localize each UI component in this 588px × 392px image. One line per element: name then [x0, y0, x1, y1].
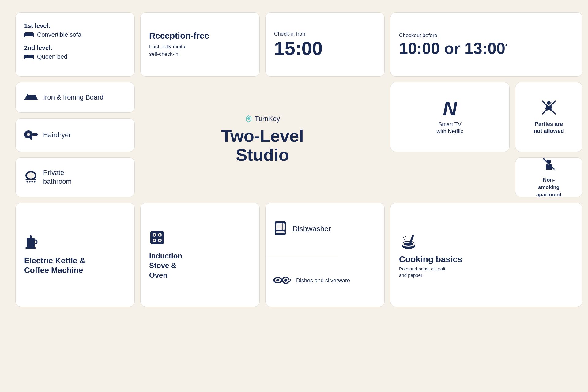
induction-icon — [149, 230, 165, 247]
card-kettle: Electric Kettle &Coffee Machine — [15, 203, 135, 307]
svg-point-41 — [154, 234, 155, 236]
card-checkin: Check-in from 15:00 — [265, 12, 385, 77]
svg-point-59 — [288, 279, 290, 281]
sofa-icon — [24, 31, 34, 39]
svg-rect-11 — [33, 58, 34, 59]
svg-point-44 — [159, 240, 161, 241]
bathroom-label: Privatebathroom — [43, 168, 72, 186]
svg-text:♪: ♪ — [551, 100, 552, 104]
card-iron: Iron & Ironing Board — [15, 82, 135, 113]
iron-icon — [24, 92, 38, 102]
studio-title: Two-Level Studio — [221, 126, 304, 164]
nosmoking-label: Non-smokingapartment — [536, 176, 561, 198]
level1-item: Convertible sofa — [37, 31, 81, 38]
level2-label: 2nd level: — [24, 44, 81, 51]
card-bathroom: Privatebathroom — [15, 157, 135, 197]
hairdryer-label: Hairdryer — [43, 131, 71, 139]
level2-item: Queen bed — [37, 53, 67, 60]
parties-icon: ♪ ♫ — [541, 99, 557, 117]
smarttv-label: Smart TVwith Netflix — [436, 121, 463, 135]
svg-point-30 — [27, 172, 35, 179]
svg-point-22 — [27, 133, 30, 136]
card-reception: Reception-free Fast, fully digital self-… — [140, 12, 260, 77]
svg-point-42 — [159, 234, 161, 236]
svg-point-28 — [34, 181, 36, 183]
card-dishwasher-split: Dishwasher Dishes and silverware — [265, 203, 385, 307]
svg-rect-35 — [25, 247, 36, 249]
svg-rect-20 — [32, 133, 38, 136]
svg-point-27 — [32, 181, 33, 183]
svg-rect-4 — [24, 33, 25, 36]
card-cooking: Cooking basics Pots and pans, oil, salta… — [390, 203, 582, 307]
svg-rect-47 — [276, 231, 285, 233]
iron-label: Iron & Ironing Board — [43, 93, 104, 101]
silverware-label: Dishes and silverware — [296, 277, 350, 284]
svg-point-26 — [29, 181, 31, 183]
kettle-label: Electric Kettle &Coffee Machine — [24, 256, 85, 275]
parties-label: Parties arenot allowed — [534, 121, 564, 135]
turnkey-icon — [245, 115, 252, 123]
nosmoking-icon — [541, 156, 556, 173]
card-parties: ♪ ♫ Parties arenot allowed — [515, 82, 582, 152]
cooking-title: Cooking basics — [399, 254, 462, 264]
svg-rect-8 — [24, 55, 28, 56]
induction-label: InductionStove &Oven — [149, 251, 182, 280]
silverware-section: Dishes and silverware — [266, 255, 357, 307]
svg-rect-5 — [33, 33, 34, 36]
svg-rect-24 — [25, 179, 36, 180]
bathroom-icon — [24, 170, 38, 185]
bed-icon — [24, 53, 34, 61]
checkin-label: Check-in from — [274, 31, 307, 37]
card-beds: 1st level: Convertible sofa 2nd level: — [15, 12, 135, 77]
netflix-n: N — [443, 99, 457, 119]
svg-rect-36 — [150, 231, 164, 244]
svg-point-25 — [27, 181, 28, 183]
svg-rect-21 — [30, 137, 32, 140]
card-turnkey-center: TurnKey Two-Level Studio — [140, 82, 385, 197]
dishwasher-label: Dishwasher — [292, 224, 331, 233]
silverware-icon — [273, 274, 291, 287]
svg-point-57 — [284, 279, 287, 282]
svg-point-65 — [403, 237, 404, 238]
dishwasher-icon — [273, 221, 288, 237]
svg-point-62 — [404, 243, 413, 246]
cooking-icon — [399, 231, 418, 251]
main-container: 1st level: Convertible sofa 2nd level: — [15, 12, 573, 380]
turnkey-brand: TurnKey — [245, 115, 280, 123]
level1-label: 1st level: — [24, 22, 81, 29]
svg-rect-10 — [24, 58, 25, 59]
svg-rect-12 — [24, 99, 38, 100]
svg-rect-34 — [30, 235, 32, 238]
svg-rect-2 — [24, 36, 25, 37]
checkout-label: Checkout before — [399, 32, 437, 39]
svg-point-14 — [547, 101, 551, 105]
svg-point-66 — [405, 236, 406, 237]
svg-rect-33 — [27, 238, 35, 247]
checkin-time: 15:00 — [274, 39, 323, 58]
card-induction: InductionStove &Oven — [140, 203, 260, 307]
kettle-icon — [24, 235, 39, 252]
svg-rect-13 — [27, 94, 28, 96]
svg-rect-1 — [25, 32, 33, 35]
reception-subtitle: Fast, fully digital self-check-in. — [149, 43, 187, 58]
dishwasher-section: Dishwasher — [266, 203, 338, 255]
card-smarttv: N Smart TVwith Netflix — [390, 82, 510, 152]
svg-point-54 — [276, 279, 279, 281]
cooking-subtitle: Pots and pans, oil, saltand pepper — [399, 266, 445, 278]
svg-point-64 — [404, 239, 405, 240]
svg-rect-3 — [33, 36, 34, 37]
checkout-time: 10:00 or 13:00* — [399, 40, 507, 56]
svg-rect-9 — [31, 55, 34, 56]
card-nosmoking: Non-smokingapartment — [515, 157, 582, 197]
card-hairdryer: Hairdryer — [15, 118, 135, 152]
hairdryer-icon — [24, 129, 38, 141]
reception-title: Reception-free — [149, 31, 209, 41]
card-checkout: Checkout before 10:00 or 13:00* — [390, 12, 582, 77]
svg-point-43 — [154, 240, 155, 241]
